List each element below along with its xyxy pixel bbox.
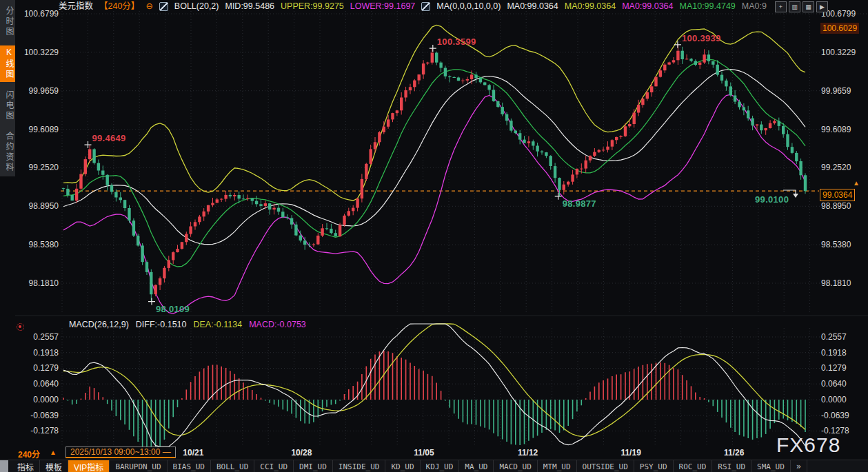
sidebar-item-contract-info[interactable]: 合约资料: [0, 130, 15, 175]
toolbar-indicators-button[interactable]: 指标: [12, 460, 40, 472]
toolbar-outside-ud-button[interactable]: OUTSIDE_UD: [577, 460, 634, 472]
ma-indicator-icon[interactable]: [421, 2, 430, 11]
macd-header: MACD(26,12,9)DIFF:-0.1510DEA:-0.1134MACD…: [69, 318, 306, 331]
toolbar-barupdn-ud-button[interactable]: BARUPDN_UD: [110, 460, 167, 472]
boll-lower-value: LOWER:99.1697: [350, 0, 416, 13]
boll-mid-value: MID:99.5486: [225, 0, 274, 13]
window-controls: +▥▦▶: [775, 1, 828, 12]
toolbar-psy-ud-button[interactable]: PSY_UD: [634, 460, 674, 472]
chart-canvas[interactable]: [0, 0, 868, 472]
swing-point-marker: [85, 141, 92, 148]
swing-point-marker: [148, 298, 155, 305]
sidebar-item-time-chart[interactable]: 分时图: [0, 4, 15, 39]
macd-value: MACD:-0.0753: [249, 318, 306, 331]
bollinger-mid-line: [63, 70, 805, 245]
period-label: 【240分】: [99, 0, 139, 13]
pane-scale-right-icon[interactable]: ▦: [803, 1, 814, 12]
ma0-value-yellow: MA0:99.0364: [565, 0, 616, 13]
diff-line: [63, 324, 805, 447]
indicator-toolbar: 指标模板VIP指标BARUPDN_UDBIAS_UDBOLL_UDCCI_UDD…: [0, 460, 868, 472]
period-selector[interactable]: 240分: [18, 448, 40, 460]
pane-scale-left-icon[interactable]: ▥: [789, 1, 800, 12]
sidebar-item-lightning-chart[interactable]: 闪电图: [0, 88, 15, 123]
toolbar-inside-ud-button[interactable]: INSIDE_UD: [333, 460, 386, 472]
ma0-value-white: MA0:99.0364: [507, 0, 558, 13]
bollinger-lower-line: [63, 94, 805, 314]
toolbar-resize-handle[interactable]: [0, 460, 8, 472]
macd-params: MACD(26,12,9): [69, 318, 129, 331]
ma0-value-magenta: MA0:99.0364: [622, 0, 673, 13]
ma10-value: MA10:99.4749: [679, 0, 735, 13]
trading-app: 100.6799100.6799100.3229100.322999.96599…: [0, 0, 868, 472]
toolbar-roc-ud-button[interactable]: ROC_UD: [674, 460, 713, 472]
period-arrow-icon[interactable]: ▲: [50, 449, 57, 456]
macd-histogram: [63, 351, 805, 447]
toolbar-bias-ud-button[interactable]: BIAS_UD: [168, 460, 211, 472]
toolbar-boll-ud-button[interactable]: BOLL_UD: [211, 460, 254, 472]
chart-type-sidebar: 分时图K线图闪电图合约资料: [0, 0, 15, 176]
toolbar-kdj-ud-button[interactable]: KDJ_UD: [421, 460, 460, 472]
toolbar-rsi-ud-button[interactable]: RSI_UD: [712, 460, 751, 472]
toolbar-mtm-ud-button[interactable]: MTM_UD: [538, 460, 577, 472]
chart-header: 美元指数【240分】⊖BOLL(20,2)MID:99.5486UPPER:99…: [59, 0, 767, 13]
toolbar-vip-indicators-button[interactable]: VIP指标: [68, 460, 110, 472]
sidebar-item-kline-chart[interactable]: K线图: [0, 45, 15, 82]
swing-point-marker: [674, 41, 681, 48]
toolbar-macd-ud-button[interactable]: MACD_UD: [494, 460, 537, 472]
toolbar-templates-button[interactable]: 模板: [40, 460, 68, 472]
ma-params: MA(0,0,0,10,0,0): [436, 0, 501, 13]
toolbar-cci-ud-button[interactable]: CCI_UD: [254, 460, 294, 472]
boll-upper-value: UPPER:99.9275: [281, 0, 344, 13]
toolbar-ma-ud-button[interactable]: MA_UD: [459, 460, 494, 472]
ma0-value-gray: MA0:9: [742, 0, 767, 13]
toolbar-more-indicators-button[interactable]: »: [791, 460, 807, 472]
dea-value: DEA:-0.1134: [193, 318, 242, 331]
macd-settings-icon[interactable]: [17, 323, 24, 331]
candlestick-series[interactable]: [62, 45, 807, 302]
bollinger-upper-line: [63, 25, 805, 201]
swing-point-marker: [430, 45, 436, 52]
diff-value: DIFF:-0.1510: [136, 318, 187, 331]
pane-expand-icon[interactable]: ▶: [816, 1, 828, 12]
fx678-watermark: FX678: [776, 433, 840, 457]
toolbar-kd-ud-button[interactable]: KD_UD: [385, 460, 420, 472]
boll-params: BOLL(20,2): [174, 0, 219, 13]
toolbar-sma-ud-button[interactable]: SMA_UD: [751, 460, 791, 472]
bar-time-range-readout: 2025/10/13 09:00~13:00 —: [65, 447, 176, 458]
crosshair-tool-icon[interactable]: +: [775, 1, 787, 12]
dea-line: [63, 324, 805, 436]
collapse-icon[interactable]: ⊖: [145, 0, 152, 13]
symbol-title: 美元指数: [59, 0, 93, 13]
boll-indicator-icon[interactable]: [159, 2, 168, 11]
toolbar-dmi-ud-button[interactable]: DMI_UD: [294, 460, 333, 472]
